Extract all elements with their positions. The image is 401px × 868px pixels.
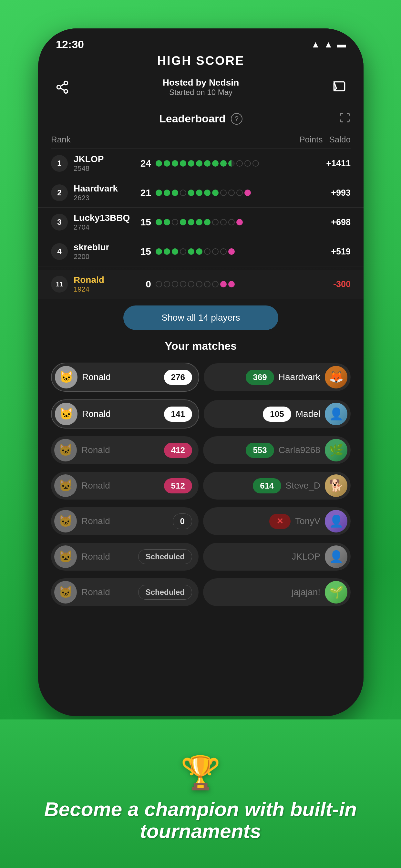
expand-icon[interactable] [339,112,351,126]
player-name-section-11: Ronald 1924 [73,275,132,293]
player-avatar-madel: 👤 [325,403,347,425]
matches-title: Your matches [38,337,364,359]
player-name-left-4: Ronald [81,480,159,491]
match-left-2[interactable]: 🐱 Ronald 141 [51,399,199,429]
phone-screen: 12:30 ▲ ▲ ▬ HIGH SCORE Hosted by Nedsin … [38,28,364,716]
circle [236,160,243,166]
match-row-2: 🐱 Ronald 141 105 Madel 👤 [38,396,364,432]
wifi-icon: ▲ [311,39,320,50]
status-icons: ▲ ▲ ▬ [311,39,346,50]
circle [180,160,186,166]
help-icon[interactable]: ? [231,113,243,125]
circle [164,160,170,166]
player-name-section-1: JKLOP 2548 [73,154,132,173]
player-avatar-jajajan: 🌱 [325,581,347,603]
match-right-1[interactable]: 369 Haardvark 🦊 [204,363,351,391]
player-score-right-4: 614 [253,478,281,493]
svg-line-4 [60,84,65,86]
circle [204,219,211,225]
header: Hosted by Nedsin Started on 10 May [38,73,364,105]
circle [220,160,227,166]
circle [196,219,203,225]
player-score-4: 2200 [73,252,132,261]
player-points-1: 24 [132,158,151,169]
circle [204,281,211,287]
player-score-2: 2623 [73,194,132,202]
player-name-left-5: Ronald [81,516,168,526]
chat-button[interactable] [328,76,351,98]
phone-frame: 12:30 ▲ ▲ ▬ HIGH SCORE Hosted by Nedsin … [38,28,364,716]
circle [212,190,219,196]
match-right-7[interactable]: jajajan! 🌱 [203,578,351,606]
circle [244,160,251,166]
player-name-left-3: Ronald [81,445,159,455]
match-right-4[interactable]: 614 Steve_D 🐕 [203,472,351,500]
player-name-left-6: Ronald [81,552,134,562]
player-score-right-3: 553 [246,443,274,458]
match-left-7[interactable]: 🐱 Ronald Scheduled [51,578,198,606]
player-score-left-7: Scheduled [138,585,192,600]
circle [188,248,194,255]
match-right-6[interactable]: JKLOP 👤 [203,543,351,570]
player-points-11: 0 [132,279,151,290]
circle [228,281,235,287]
col-saldo: Saldo [329,135,351,145]
match-left-5[interactable]: 🐱 Ronald 0 [51,507,198,535]
player-score-left-2: 141 [164,407,192,422]
circle [228,190,235,196]
player-name-1: JKLOP [73,154,132,164]
match-right-2[interactable]: 105 Madel 👤 [204,400,351,428]
circle [236,190,243,196]
circle [172,219,178,225]
match-right-3[interactable]: 553 Carla9268 🌿 [203,436,351,464]
circles-2 [156,190,318,196]
circle [164,219,170,225]
circle [220,281,227,287]
player-avatar-ronald-3: 🐱 [54,439,77,461]
player-score-right-5: ✕ [269,514,290,529]
player-score-1: 2548 [73,164,132,173]
match-left-6[interactable]: 🐱 Ronald Scheduled [51,543,198,570]
bottom-text: Become a champion with built-in tourname… [0,798,401,842]
player-name-left-2: Ronald [82,409,159,419]
status-time: 12:30 [56,38,84,51]
player-score-left-3: 412 [164,443,192,458]
player-name-right-7: jajajan! [291,587,320,597]
circle [188,190,194,196]
leaderboard-header: Leaderboard ? [38,105,364,132]
player-name-section-4: skreblur 2200 [73,242,132,261]
player-avatar-carla: 🌿 [325,439,347,461]
circle [164,281,170,287]
circle [244,190,251,196]
match-left-3[interactable]: 🐱 Ronald 412 [51,436,198,464]
player-score-left-5: 0 [173,514,192,529]
player-name-right-5: TonyV [295,516,320,526]
signal-icon: ▲ [324,39,333,50]
player-name-right-2: Madel [296,409,320,419]
player-avatar-ronald-6: 🐱 [54,546,77,568]
circle [180,190,186,196]
match-row-6: 🐱 Ronald Scheduled JKLOP 👤 [38,539,364,575]
rank-badge-2: 2 [51,184,68,201]
circle [220,190,227,196]
circle [188,160,194,166]
show-all-players-button[interactable]: Show all 14 players [123,306,278,330]
player-points-4: 15 [132,246,151,257]
match-left-1[interactable]: 🐱 Ronald 276 [51,363,199,392]
share-button[interactable] [51,76,73,98]
col-rank: Rank [51,135,87,145]
hosted-by: Hosted by Nedsin [73,78,328,88]
bottom-section: 🏆 Become a champion with built-in tourna… [0,719,401,868]
match-left-4[interactable]: 🐱 Ronald 512 [51,472,198,500]
match-row-7: 🐱 Ronald Scheduled jajajan! 🌱 [38,575,364,610]
rank-badge-4: 4 [51,243,68,260]
circle [204,248,211,255]
match-row-4: 🐱 Ronald 512 614 Steve_D 🐕 [38,468,364,503]
player-score-left-4: 512 [164,478,192,493]
player-score-left-1: 276 [164,370,192,385]
player-saldo-3: +698 [321,217,351,227]
circle [212,160,219,166]
player-score-left-6: Scheduled [138,549,192,564]
circle [180,248,186,255]
match-right-5[interactable]: ✕ TonyV 👤 [203,507,351,535]
